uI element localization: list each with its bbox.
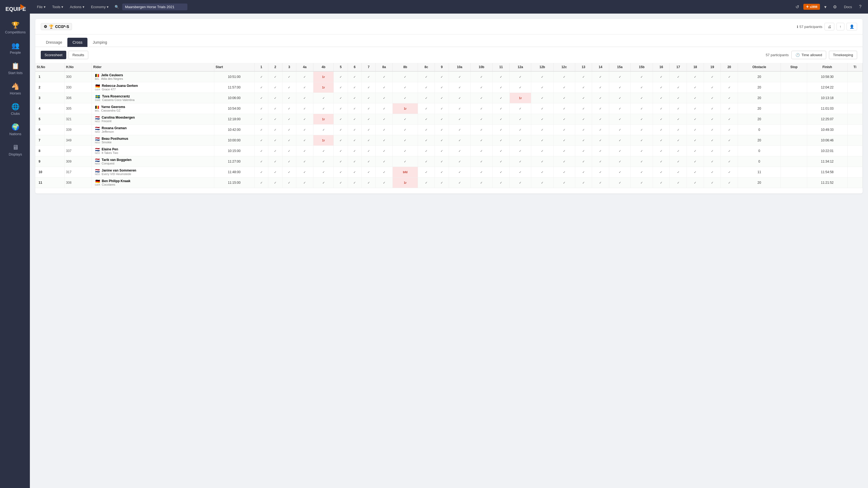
cell-obs-15a[interactable]: ✓ [609, 71, 631, 82]
tab-dressage[interactable]: Dressage [41, 38, 67, 47]
cell-obs-13[interactable]: ✓ [575, 125, 592, 135]
cell-obs-12c[interactable]: ✓ [553, 93, 575, 103]
cell-obs-2[interactable]: ✓ [268, 135, 282, 146]
cell-obs-7[interactable]: ✓ [362, 82, 376, 93]
cell-obs-3[interactable]: ✓ [282, 125, 296, 135]
cell-obs-5[interactable]: ✓ [334, 125, 348, 135]
cell-obs-16[interactable]: ✓ [653, 135, 670, 146]
sidebar-item-competitions[interactable]: 🏆 Competitions [0, 18, 30, 38]
cell-obs-11[interactable]: ✓ [493, 135, 510, 146]
cell-obs-11[interactable]: ✓ [493, 177, 510, 188]
cell-obs-18[interactable]: ✓ [687, 103, 704, 114]
upload-btn[interactable]: ↑ [837, 23, 844, 30]
settings-btn[interactable]: ⚙ [831, 3, 839, 10]
cell-obs-5[interactable]: ✓ [334, 167, 348, 177]
cell-obs-8a[interactable]: ✓ [376, 82, 393, 93]
tab-jumping[interactable]: Jumping [88, 38, 112, 47]
cell-obs-16[interactable]: ✓ [653, 82, 670, 93]
cell-obs-14[interactable]: ✓ [592, 177, 609, 188]
cell-obs-8b[interactable]: ✓ [393, 125, 418, 135]
cell-obs-8c[interactable]: ✓ [418, 125, 435, 135]
cell-obs-20[interactable]: ✓ [721, 135, 738, 146]
cell-obs-15b[interactable]: ✓ [631, 146, 653, 156]
cell-obs-19[interactable]: ✓ [704, 135, 721, 146]
cell-obs-10b[interactable]: ✓ [470, 82, 492, 93]
cell-obs-5[interactable]: ✓ [334, 177, 348, 188]
cell-obs-13[interactable]: ✓ [575, 103, 592, 114]
cell-obs-2[interactable]: ✓ [268, 146, 282, 156]
cell-obs-17[interactable]: ✓ [670, 125, 687, 135]
cell-obs-8b[interactable]: ✓ [393, 82, 418, 93]
cell-obs-8c[interactable]: ✓ [418, 146, 435, 156]
cell-obs-8c[interactable]: ✓ [418, 114, 435, 125]
cell-obs-12a[interactable]: ✓ [509, 114, 531, 125]
cell-obs-14[interactable]: ✓ [592, 167, 609, 177]
cell-obs-20[interactable]: ✓ [721, 114, 738, 125]
cell-obs-5[interactable]: ✓ [334, 114, 348, 125]
cell-obs-13[interactable]: ✓ [575, 177, 592, 188]
timekeeping-btn[interactable]: Timekeeping [829, 51, 857, 59]
cell-obs-8a[interactable]: ✓ [376, 114, 393, 125]
cell-obs-7[interactable]: ✓ [362, 125, 376, 135]
cell-obs-9[interactable]: ✓ [435, 156, 449, 167]
cell-obs-14[interactable]: ✓ [592, 135, 609, 146]
cell-obs-6[interactable]: ✓ [348, 82, 362, 93]
cell-obs-20[interactable]: ✓ [721, 125, 738, 135]
tab-cross[interactable]: Cross [67, 38, 88, 47]
cell-obs-2[interactable]: ✓ [268, 93, 282, 103]
cell-obs-3[interactable]: ✓ [282, 114, 296, 125]
cell-obs-15a[interactable]: ✓ [609, 146, 631, 156]
cell-obs-16[interactable]: ✓ [653, 167, 670, 177]
cell-obs-18[interactable]: ✓ [687, 93, 704, 103]
cell-obs-6[interactable]: ✓ [348, 71, 362, 82]
cell-obs-11[interactable]: ✓ [493, 93, 510, 103]
cell-obs-10a[interactable]: ✓ [449, 177, 470, 188]
cell-obs-16[interactable]: ✓ [653, 146, 670, 156]
cell-obs-1[interactable]: ✓ [254, 146, 268, 156]
sidebar-item-clubs[interactable]: 🌐 Clubs [0, 99, 30, 120]
cell-obs-4b[interactable]: 1r [313, 114, 334, 125]
cell-obs-15b[interactable]: ✓ [631, 135, 653, 146]
cell-obs-13[interactable]: ✓ [575, 156, 592, 167]
cell-obs-1[interactable]: ✓ [254, 135, 268, 146]
cell-obs-15b[interactable]: ✓ [631, 167, 653, 177]
cell-obs-13[interactable]: ✓ [575, 82, 592, 93]
cell-obs-12b[interactable]: ✓ [531, 177, 553, 188]
cell-obs-2[interactable]: ✓ [268, 103, 282, 114]
cell-obs-7[interactable]: ✓ [362, 103, 376, 114]
cell-obs-10a[interactable]: ✓ [449, 146, 470, 156]
cell-obs-6[interactable]: ✓ [348, 125, 362, 135]
cell-obs-11[interactable]: ✓ [493, 146, 510, 156]
cell-obs-12c[interactable]: ✓ [553, 103, 575, 114]
cell-obs-8a[interactable]: ✓ [376, 177, 393, 188]
file-menu[interactable]: File ▾ [34, 3, 48, 10]
cell-obs-17[interactable]: ✓ [670, 156, 687, 167]
cell-obs-19[interactable]: ✓ [704, 177, 721, 188]
cell-obs-3[interactable]: ✓ [282, 135, 296, 146]
cell-obs-9[interactable]: ✓ [435, 82, 449, 93]
cell-obs-1[interactable]: ✓ [254, 93, 268, 103]
cell-obs-17[interactable]: ✓ [670, 71, 687, 82]
cell-obs-8c[interactable]: ✓ [418, 156, 435, 167]
cell-obs-14[interactable]: ✓ [592, 103, 609, 114]
cell-obs-2[interactable]: ✓ [268, 71, 282, 82]
cell-obs-4b[interactable]: ✓ [313, 93, 334, 103]
cell-obs-9[interactable]: ✓ [435, 135, 449, 146]
cell-obs-18[interactable]: ✓ [687, 135, 704, 146]
cell-obs-19[interactable]: ✓ [704, 125, 721, 135]
cell-obs-9[interactable]: ✓ [435, 103, 449, 114]
cell-obs-4a[interactable]: ✓ [296, 135, 313, 146]
cell-obs-11[interactable]: ✓ [493, 156, 510, 167]
cell-obs-13[interactable]: ✓ [575, 135, 592, 146]
cell-obs-18[interactable]: ✓ [687, 114, 704, 125]
cell-obs-17[interactable]: ✓ [670, 114, 687, 125]
cell-obs-12c[interactable]: ✓ [553, 114, 575, 125]
cell-obs-3[interactable]: ✓ [282, 71, 296, 82]
cell-obs-5[interactable]: ✓ [334, 156, 348, 167]
cell-obs-8b[interactable]: ✓ [393, 93, 418, 103]
cell-obs-9[interactable]: ✓ [435, 177, 449, 188]
cell-obs-8a[interactable]: ✓ [376, 71, 393, 82]
cell-obs-19[interactable]: ✓ [704, 114, 721, 125]
cell-obs-9[interactable]: ✓ [435, 93, 449, 103]
cell-obs-4b[interactable]: 1r [313, 82, 334, 93]
